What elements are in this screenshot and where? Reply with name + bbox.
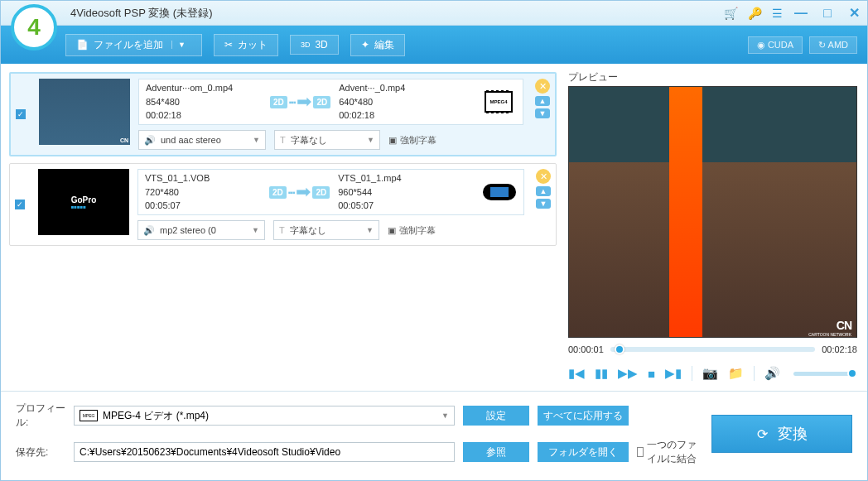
open-folder-button[interactable]: 📁 xyxy=(728,366,744,381)
titlebar: 4 4Videosoft PSP 変換 (未登録) 🛒 🔑 ☰ — □ ✕ xyxy=(1,1,867,26)
speaker-icon: 🔊 xyxy=(144,135,156,146)
cut-label: カット xyxy=(238,38,268,52)
move-down-button[interactable]: ▼ xyxy=(535,108,550,118)
toolbar: 📄 ファイルを追加 ▼ ✂ カット 3D 3D ✦ 編集 ◉ CUDA ↻ AM… xyxy=(1,26,867,64)
volume-icon[interactable]: 🔊 xyxy=(764,366,780,381)
3d-icon: 3D xyxy=(301,41,311,49)
edit-label: 編集 xyxy=(374,38,394,52)
cn-logo: CN xyxy=(837,319,851,332)
file-checkbox[interactable]: ✓ xyxy=(16,109,26,119)
source-info: VTS_01_1.VOB 720*480 00:05:07 xyxy=(145,171,261,213)
cart-icon[interactable]: 🛒 xyxy=(724,7,738,20)
combine-checkbox[interactable]: 一つのファイルに結合 xyxy=(637,438,703,466)
preview-panel: プレビュー CN CARTOON NETWORK 00:00:01 00:02:… xyxy=(565,64,867,391)
subtitle-select[interactable]: T 字幕なし▼ xyxy=(273,220,379,240)
destination-info: Advent···_0.mp4 640*480 00:02:18 xyxy=(339,81,446,123)
remove-item-button[interactable]: ✕ xyxy=(535,79,550,94)
pause-button[interactable]: ▮▮ xyxy=(595,366,608,381)
settings-button[interactable]: 設定 xyxy=(463,406,529,426)
cuda-button[interactable]: ◉ CUDA xyxy=(748,36,803,54)
force-subtitle-toggle[interactable]: ▣強制字幕 xyxy=(388,134,436,147)
force-subtitle-toggle[interactable]: ▣強制字幕 xyxy=(388,224,436,237)
seek-bar[interactable] xyxy=(610,347,815,352)
conversion-arrow: 2D ▪▪▪ ➡ 2D xyxy=(270,91,330,113)
destination-label: 保存先: xyxy=(16,445,65,459)
sparkle-icon: ✦ xyxy=(361,39,369,51)
apply-all-button[interactable]: すべてに応用する xyxy=(538,406,629,426)
destination-info: VTS_01_1.mp4 960*544 00:05:07 xyxy=(338,171,446,213)
minimize-button[interactable]: — xyxy=(793,6,809,21)
source-info: Adventur···om_0.mp4 854*480 00:02:18 xyxy=(146,81,262,123)
volume-slider[interactable] xyxy=(793,372,857,376)
next-button[interactable]: ▶▮ xyxy=(665,366,682,381)
total-time: 00:02:18 xyxy=(822,344,857,354)
open-dest-button[interactable]: フォルダを開く xyxy=(538,442,629,462)
key-icon[interactable]: 🔑 xyxy=(748,7,762,20)
app-logo: 4 xyxy=(11,4,57,51)
profile-select[interactable]: MPEG MPEG-4 ビデオ (*.mp4) ▼ xyxy=(74,406,455,426)
menu-icon[interactable]: ☰ xyxy=(772,7,783,20)
remove-item-button[interactable]: ✕ xyxy=(536,169,551,184)
refresh-icon: ⟳ xyxy=(757,426,768,442)
prev-button[interactable]: ▮◀ xyxy=(568,366,585,381)
fast-forward-button[interactable]: ▶▶ xyxy=(618,366,638,381)
cut-button[interactable]: ✂ カット xyxy=(214,34,278,56)
convert-button[interactable]: ⟳ 変換 xyxy=(711,415,852,453)
file-checkbox[interactable]: ✓ xyxy=(15,200,25,209)
browse-button[interactable]: 参照 xyxy=(463,442,529,462)
stop-button[interactable]: ■ xyxy=(648,367,655,381)
preview-label: プレビュー xyxy=(568,70,857,84)
subtitle-select[interactable]: T 字幕なし▼ xyxy=(274,130,380,150)
thumbnail: GoPro■■■■■ xyxy=(38,169,129,235)
conversion-arrow: 2D ▪▪▪ ➡ 2D xyxy=(269,181,330,203)
add-file-dropdown[interactable]: ▼ xyxy=(171,41,191,49)
audio-track-select[interactable]: 🔊 und aac stereo▼ xyxy=(138,130,266,150)
window-title: 4Videosoft PSP 変換 (未登録) xyxy=(70,6,212,21)
cn-sublabel: CARTOON NETWORK xyxy=(808,332,851,337)
file-list: ✓ CN Adventur···om_0.mp4 854*480 00:02:1… xyxy=(1,64,565,391)
destination-input[interactable]: C:¥Users¥20150623¥Documents¥4Videosoft S… xyxy=(74,442,455,462)
3d-button[interactable]: 3D 3D xyxy=(290,35,339,55)
add-file-button[interactable]: 📄 ファイルを追加 ▼ xyxy=(65,34,202,56)
amd-button[interactable]: ↻ AMD xyxy=(809,36,857,54)
speaker-icon: 🔊 xyxy=(143,225,155,236)
add-file-icon: 📄 xyxy=(76,39,89,51)
audio-track-select[interactable]: 🔊 mp2 stereo (0▼ xyxy=(137,220,265,240)
scissors-icon: ✂ xyxy=(224,39,233,51)
move-up-button[interactable]: ▲ xyxy=(535,96,550,106)
maximize-button[interactable]: □ xyxy=(819,6,836,21)
output-format-icon[interactable]: MPEG4 xyxy=(481,88,516,116)
add-file-label: ファイルを追加 xyxy=(94,38,163,52)
snapshot-button[interactable]: 📷 xyxy=(702,366,718,381)
output-format-icon[interactable] xyxy=(482,178,517,206)
move-up-button[interactable]: ▲ xyxy=(536,186,551,196)
thumbnail: CN xyxy=(39,79,130,145)
preview-video[interactable]: CN CARTOON NETWORK xyxy=(568,86,857,338)
profile-label: プロフィール: xyxy=(16,402,65,430)
edit-button[interactable]: ✦ 編集 xyxy=(350,34,405,56)
current-time: 00:00:01 xyxy=(568,344,604,354)
bottom-bar: プロフィール: MPEG MPEG-4 ビデオ (*.mp4) ▼ 設定 すべて… xyxy=(1,391,867,476)
file-item[interactable]: ✓ GoPro■■■■■ VTS_01_1.VOB 720*480 00:05:… xyxy=(9,163,557,246)
file-item[interactable]: ✓ CN Adventur···om_0.mp4 854*480 00:02:1… xyxy=(9,72,557,156)
move-down-button[interactable]: ▼ xyxy=(536,199,551,209)
3d-label: 3D xyxy=(315,39,327,51)
close-button[interactable]: ✕ xyxy=(846,5,862,21)
